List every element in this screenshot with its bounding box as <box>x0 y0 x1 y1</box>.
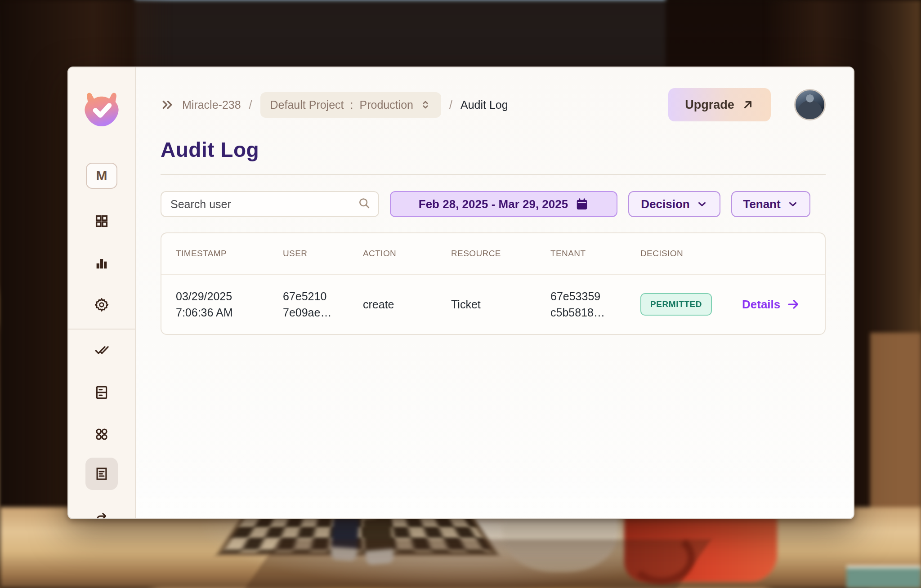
search-icon <box>358 196 371 212</box>
title-divider <box>161 174 826 175</box>
cell-timestamp: 03/29/2025 7:06:36 AM <box>176 288 283 321</box>
sidebar-item-audit-log[interactable] <box>85 458 118 490</box>
breadcrumb-separator: / <box>249 98 252 111</box>
gear-icon[interactable] <box>93 296 111 314</box>
tenant-filter-label: Tenant <box>743 197 780 211</box>
cell-action: create <box>363 296 451 312</box>
arrow-right-icon <box>787 298 800 311</box>
four-circles-icon[interactable] <box>93 425 111 443</box>
chevron-down-icon <box>696 198 708 210</box>
audit-log-table: TIMESTAMP USER ACTION RESOURCE TENANT DE… <box>161 232 826 335</box>
app-window: M <box>67 67 854 519</box>
breadcrumb-project: Default Project <box>270 98 344 111</box>
filters-row: Feb 28, 2025 - Mar 29, 2025 Decision <box>161 191 826 217</box>
details-link[interactable]: Details <box>742 298 800 312</box>
workspace-button[interactable]: M <box>86 163 117 189</box>
search-input[interactable] <box>161 191 379 217</box>
double-chevron-right-icon[interactable] <box>161 98 174 111</box>
cell-tenant: 67e53359 c5b5818… <box>550 288 640 321</box>
cell-decision: PERMITTED <box>640 293 742 316</box>
table-row[interactable]: 03/29/2025 7:06:36 AM 67e5210 7e09ae… cr… <box>161 275 825 334</box>
date-range-label: Feb 28, 2025 - Mar 29, 2025 <box>419 197 568 211</box>
table-header-row: TIMESTAMP USER ACTION RESOURCE TENANT DE… <box>161 233 825 275</box>
sidebar-divider <box>68 329 135 330</box>
cell-resource: Ticket <box>451 296 550 312</box>
audit-log-document-icon <box>93 465 111 483</box>
column-header-decision: DECISION <box>640 249 742 258</box>
cell-user: 67e5210 7e09ae… <box>283 288 363 321</box>
breadcrumb: Miracle-238 / Default Project : Producti… <box>161 92 508 118</box>
topbar-right: Upgrade <box>668 88 826 121</box>
arrow-up-right-icon <box>742 98 754 111</box>
decision-status-badge: PERMITTED <box>640 293 712 316</box>
breadcrumb-colon: : <box>350 98 353 111</box>
column-header-timestamp: TIMESTAMP <box>176 249 283 258</box>
topbar: Miracle-238 / Default Project : Producti… <box>161 88 826 122</box>
background-notebook <box>846 566 921 588</box>
background-shadow <box>242 539 711 588</box>
tenant-filter-dropdown[interactable]: Tenant <box>731 191 810 217</box>
chevron-up-down-icon <box>420 99 431 111</box>
upgrade-label: Upgrade <box>685 98 734 112</box>
decision-filter-dropdown[interactable]: Decision <box>628 191 720 217</box>
breadcrumb-environment: Production <box>359 98 413 111</box>
breadcrumb-page: Audit Log <box>460 98 508 111</box>
bar-chart-icon[interactable] <box>93 254 111 272</box>
date-range-button[interactable]: Feb 28, 2025 - Mar 29, 2025 <box>390 191 617 217</box>
grid-dashboard-icon[interactable] <box>93 212 111 230</box>
details-label: Details <box>742 298 780 312</box>
permit-cat-logo-icon <box>80 89 123 131</box>
user-avatar[interactable] <box>794 89 826 120</box>
breadcrumb-org[interactable]: Miracle-238 <box>182 98 241 111</box>
column-header-tenant: TENANT <box>550 249 640 258</box>
project-environment-selector[interactable]: Default Project : Production <box>260 92 441 118</box>
search-field <box>161 191 379 217</box>
double-check-icon[interactable] <box>93 341 111 359</box>
screen: M <box>0 0 921 588</box>
main-content: Miracle-238 / Default Project : Producti… <box>136 67 854 518</box>
column-header-user: USER <box>283 249 363 258</box>
column-header-resource: RESOURCE <box>451 249 550 258</box>
calendar-icon <box>575 197 589 211</box>
page-title: Audit Log <box>161 138 826 161</box>
decision-filter-label: Decision <box>641 197 689 211</box>
storage-box-icon[interactable] <box>93 383 111 401</box>
upgrade-button[interactable]: Upgrade <box>668 88 771 121</box>
share-arrow-icon[interactable] <box>93 508 111 519</box>
breadcrumb-separator: / <box>449 98 452 111</box>
sidebar: M <box>68 67 136 518</box>
chevron-down-icon <box>787 198 799 210</box>
column-header-action: ACTION <box>363 249 451 258</box>
